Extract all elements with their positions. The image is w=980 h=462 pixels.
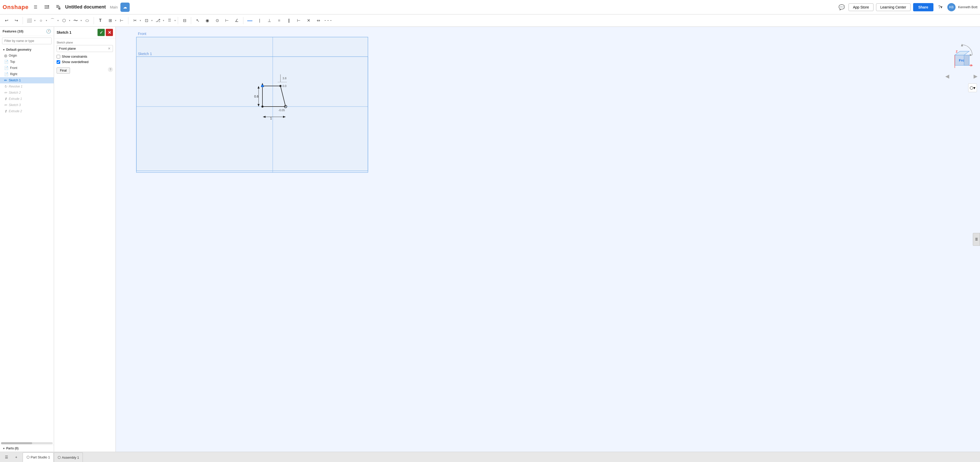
circle-dropdown-arrow[interactable]: ▾ <box>46 19 47 22</box>
tree-item-sketch2[interactable]: ✏ Sketch 2 <box>0 89 54 96</box>
show-constraints-checkbox[interactable] <box>57 55 60 59</box>
plane-clear-icon[interactable]: ✕ <box>108 46 111 51</box>
parallel-button[interactable]: ∥ <box>285 16 293 25</box>
perp-button[interactable]: ⊢ <box>294 16 303 25</box>
tree-item-extrude1[interactable]: ⬆ Extrude 1 <box>0 96 54 102</box>
offset-tool-button[interactable]: ⊡ <box>142 16 151 25</box>
trim-dropdown-arrow[interactable]: ▾ <box>140 19 141 22</box>
arc-dropdown-arrow[interactable]: ▾ <box>57 19 59 22</box>
trim-tool-group[interactable]: ✂ ▾ <box>130 16 141 25</box>
tree-item-top[interactable]: 📄 Top <box>0 59 54 65</box>
show-overdefined-checkbox[interactable] <box>57 60 60 64</box>
sketch-plane-selector[interactable]: Front plane ✕ <box>57 45 113 52</box>
final-button[interactable]: Final <box>57 67 70 73</box>
chat-button[interactable]: 💬 <box>837 3 846 11</box>
pattern-tool-group[interactable]: ⠿ ▾ <box>165 16 176 25</box>
tab-add-button[interactable]: + <box>12 453 21 462</box>
scrollbar-thumb <box>1 442 32 444</box>
tangent-tool-button[interactable]: ⊙ <box>213 16 221 25</box>
sketch-accept-button[interactable]: ✓ <box>97 29 105 36</box>
sym-button[interactable]: ⇔ <box>314 16 323 25</box>
construction-tool-button[interactable]: ⊟ <box>180 16 189 25</box>
arc-tool-button[interactable]: ⌒ <box>48 16 57 25</box>
tree-item-front[interactable]: 📄 Front <box>0 65 54 71</box>
assembly-tab[interactable]: ⬡ Assembly 1 <box>54 452 83 462</box>
assembly-tab-icon: ⬡ <box>57 455 61 459</box>
offset-tool-group[interactable]: ⊡ ▾ <box>142 16 153 25</box>
mirror-tool-group[interactable]: ⎇ ▾ <box>154 16 164 25</box>
default-geometry-group[interactable]: ▼ Default geometry <box>0 47 54 53</box>
tree-item-revolve1-label: Revolve 1 <box>9 85 22 88</box>
hamburger-button[interactable]: ☰ <box>31 3 40 11</box>
tree-item-right[interactable]: 📄 Right <box>0 71 54 77</box>
circle-tool-button[interactable]: ○ <box>37 16 45 25</box>
text-tool-button[interactable]: T <box>96 16 105 25</box>
dimension-tool-button[interactable]: ⊢ <box>117 16 126 25</box>
horizontal-scrollbar[interactable] <box>1 442 53 444</box>
view-cube[interactable]: Front Z X <box>949 42 975 73</box>
polygon-dropdown-arrow[interactable]: ▾ <box>69 19 70 22</box>
view-right-arrow[interactable]: ▶ <box>974 73 977 79</box>
dim-horiz-button[interactable]: ⊥ <box>265 16 274 25</box>
help-circle-button[interactable]: ? <box>108 67 113 72</box>
cloud-save-icon[interactable]: ☁ <box>121 3 130 12</box>
trim-tool-button[interactable]: ✂ <box>130 16 139 25</box>
learning-center-button[interactable]: Learning Center <box>876 3 910 11</box>
pattern-tool-button[interactable]: ⠿ <box>165 16 174 25</box>
transform-dropdown-arrow[interactable]: ▾ <box>115 19 116 22</box>
tree-item-origin[interactable]: ◎ Origin <box>0 53 54 59</box>
pointer-tool-button[interactable]: ↖ <box>193 16 202 25</box>
tree-item-revolve1[interactable]: ↻ Revolve 1 <box>0 83 54 89</box>
tree-item-extrude2[interactable]: ⬆ Extrude 2 <box>0 108 54 114</box>
arc-tool-group[interactable]: ⌒ ▾ <box>48 16 59 25</box>
spline-tool-button[interactable]: 〜 <box>71 16 80 25</box>
offset-dropdown-arrow[interactable]: ▾ <box>151 19 153 22</box>
polygon-tool-button[interactable]: ⬡ <box>60 16 68 25</box>
add-document-button[interactable] <box>54 3 62 11</box>
angle-tool-button[interactable]: ∠ <box>232 16 241 25</box>
extrude-icon-1: ⬆ <box>4 97 7 101</box>
dim-line-button[interactable]: — <box>245 16 254 25</box>
sketch-panel-actions: ✓ ✕ <box>97 29 113 36</box>
svg-rect-7 <box>56 7 59 8</box>
parts-section[interactable]: ▼ Parts (0) <box>0 445 54 452</box>
part-studio-tab[interactable]: ⬡ Part Studio 1 <box>23 452 54 462</box>
canvas-area[interactable]: Front Sketch 1 3.8 <box>116 27 980 452</box>
history-icon[interactable]: 🕐 <box>46 29 51 34</box>
tree-item-sketch1[interactable]: ✏ Sketch 1 <box>0 77 54 83</box>
circle-tool-group[interactable]: ○ ▾ <box>37 16 47 25</box>
mirror-dropdown-arrow[interactable]: ▾ <box>163 19 164 22</box>
ellipse-tool-button[interactable]: ⬭ <box>83 16 92 25</box>
transform-tool-group[interactable]: ⊞ ▾ <box>106 16 116 25</box>
mirror-tool-button[interactable]: ⎇ <box>154 16 162 25</box>
rect-dropdown-arrow[interactable]: ▾ <box>34 19 35 22</box>
tree-item-sketch3[interactable]: ✏ Sketch 3 <box>0 102 54 108</box>
rect-tool-button[interactable]: ⬜ <box>25 16 34 25</box>
view-left-arrow[interactable]: ◀ <box>945 73 949 79</box>
spline-dropdown-arrow[interactable]: ▾ <box>81 19 82 22</box>
help-button[interactable]: ?▾ <box>936 3 945 11</box>
user-avatar[interactable]: KB <box>947 3 956 11</box>
rect-tool-group[interactable]: ⬜ ▾ <box>25 16 35 25</box>
dashed-button[interactable]: - - - <box>324 16 332 25</box>
spline-tool-group[interactable]: 〜 ▾ <box>71 16 82 25</box>
feature-filter-input[interactable] <box>2 38 52 44</box>
sketch-cancel-button[interactable]: ✕ <box>106 29 113 36</box>
redo-button[interactable]: ↪ <box>12 16 21 25</box>
intersect-button[interactable]: ✕ <box>304 16 313 25</box>
view-cube-svg: Front Z X <box>949 42 975 73</box>
undo-button[interactable]: ↩ <box>2 16 11 25</box>
display-mode-button[interactable]: ⬡▾ <box>968 83 977 92</box>
dim-vert-button[interactable]: | <box>255 16 264 25</box>
coincident-tool-button[interactable]: ◉ <box>203 16 212 25</box>
pattern-dropdown-arrow[interactable]: ▾ <box>175 19 176 22</box>
side-panel-toggle[interactable]: ☰ <box>973 233 980 246</box>
list-button[interactable] <box>43 3 51 11</box>
polygon-tool-group[interactable]: ⬡ ▾ <box>60 16 70 25</box>
share-button[interactable]: Share <box>913 3 934 11</box>
fix-tool-button[interactable]: ⊢ <box>223 16 231 25</box>
equal-button[interactable]: = <box>275 16 283 25</box>
tab-list-button[interactable]: ☰ <box>2 453 11 462</box>
app-store-button[interactable]: App Store <box>848 3 873 11</box>
transform-tool-button[interactable]: ⊞ <box>106 16 115 25</box>
